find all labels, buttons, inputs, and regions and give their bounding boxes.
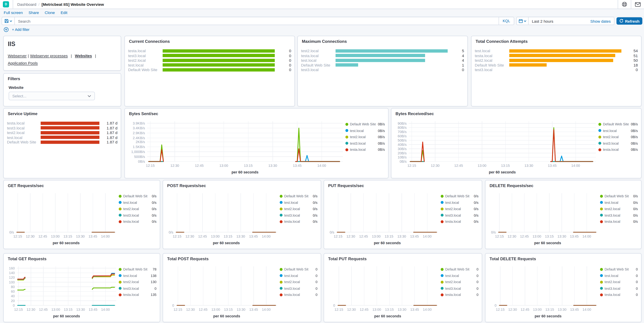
saved-query-menu-button[interactable] bbox=[2, 17, 15, 25]
legend-item[interactable]: testa.local0 bbox=[441, 293, 478, 297]
newsfeed-button[interactable] bbox=[631, 0, 644, 9]
put_requests_sec-plot-area[interactable]: 12:1512:3012:4513:0013:1513:3013:4514:00… bbox=[327, 190, 441, 247]
website-select[interactable]: Select... bbox=[9, 92, 95, 100]
legend-item[interactable]: test2.local0B/s bbox=[346, 135, 385, 139]
legend-item[interactable]: test3.local0 bbox=[441, 286, 478, 290]
legend-item[interactable]: test.local0 bbox=[600, 273, 638, 278]
bytes-sent-chart[interactable]: 12:1512:3012:4513:0013:1513:3013:4514:00… bbox=[125, 117, 388, 178]
link-webserver[interactable]: Webserver bbox=[8, 53, 26, 58]
link-websites[interactable]: Websites bbox=[75, 53, 92, 58]
query-language-button[interactable]: KQL bbox=[499, 17, 514, 25]
legend-item[interactable]: Default Web Site0 bbox=[280, 267, 318, 271]
legend-item[interactable]: test2.local0/s bbox=[280, 207, 318, 211]
legend-item[interactable]: test.local0/s bbox=[441, 200, 478, 204]
menu-share[interactable]: Share bbox=[28, 10, 39, 15]
legend-item[interactable]: test2.local0/s bbox=[441, 207, 478, 211]
menu-full-screen[interactable]: Full screen bbox=[4, 10, 23, 15]
total-get-requests-chart[interactable]: 12:1512:3012:4513:0013:1513:3013:4514:00… bbox=[4, 262, 160, 322]
legend-item[interactable]: testa.local0B/s bbox=[598, 148, 638, 152]
legend-item[interactable]: Default Web Site0B/s bbox=[598, 122, 638, 126]
total_put_requests-plot-area[interactable]: 12:1512:3012:4513:0013:1513:3013:4514:00… bbox=[327, 263, 441, 320]
put-requests-chart[interactable]: 12:1512:3012:4513:0013:1513:3013:4514:00… bbox=[324, 189, 482, 249]
total-delete-requests-chart[interactable]: 12:1512:3012:4513:0013:1513:3013:4514:00… bbox=[486, 262, 641, 322]
bar-label: test.local bbox=[475, 49, 508, 53]
post_requests_sec-plot-area[interactable]: 12:1512:3012:4513:0013:1513:3013:4514:00… bbox=[166, 190, 280, 247]
legend-item[interactable]: test.local0 bbox=[441, 273, 478, 278]
legend-item[interactable]: test3.local0 bbox=[118, 286, 156, 290]
delete-requests-chart[interactable]: 12:1512:3012:4513:0013:1513:3013:4514:00… bbox=[486, 189, 641, 249]
breadcrumb-dashboard[interactable]: Dashboard bbox=[17, 2, 36, 7]
legend-item[interactable]: test3.local0/s bbox=[600, 213, 638, 217]
total_delete_requests-plot-area[interactable]: 12:1512:3012:4513:0013:1513:3013:4514:00… bbox=[489, 263, 600, 320]
legend-item[interactable]: Default Web Site0 bbox=[441, 267, 478, 271]
get-requests-chart[interactable]: 12:1512:3012:4513:0013:1513:3013:4514:00… bbox=[4, 189, 160, 249]
legend-item[interactable]: testa.local0 bbox=[600, 293, 638, 297]
legend-item[interactable]: test.local0/s bbox=[118, 200, 156, 204]
svg-text:12:45: 12:45 bbox=[198, 234, 207, 238]
legend-item[interactable]: testa.local135 bbox=[118, 293, 156, 297]
legend-item[interactable]: Default Web Site0/s bbox=[600, 194, 638, 198]
total_post_requests-plot-area[interactable]: 12:1512:3012:4513:0013:1513:3013:4514:00… bbox=[166, 263, 280, 320]
legend-item[interactable]: testa.local0B/s bbox=[346, 148, 385, 152]
total-put-requests-chart[interactable]: 12:1512:3012:4513:0013:1513:3013:4514:00… bbox=[324, 262, 482, 322]
legend-item[interactable]: test3.local0/s bbox=[441, 213, 478, 217]
legend-series-dot bbox=[441, 220, 444, 223]
filter-icon[interactable] bbox=[4, 27, 9, 32]
legend-item[interactable]: test.local0B/s bbox=[598, 128, 638, 133]
legend-item[interactable]: Default Web Site78 bbox=[118, 267, 156, 271]
legend-item[interactable]: test3.local0/s bbox=[118, 213, 156, 217]
menu-edit[interactable]: Edit bbox=[61, 10, 67, 15]
legend-item[interactable]: test2.local0 bbox=[441, 280, 478, 284]
legend-item[interactable]: test2.local0/s bbox=[600, 207, 638, 211]
delete_requests_sec-plot-area[interactable]: 12:1512:3012:4513:0013:1513:3013:4514:00… bbox=[489, 190, 600, 247]
legend-item[interactable]: test3.local0B/s bbox=[598, 141, 638, 145]
menu-clone[interactable]: Clone bbox=[45, 10, 55, 15]
legend-item[interactable]: testa.local0/s bbox=[118, 219, 156, 224]
service-uptime-chart[interactable]: testa.local1.87 dtest3.local1.87 dtest2.… bbox=[4, 117, 121, 178]
show-dates-button[interactable]: Show dates bbox=[590, 19, 614, 23]
current-connections-chart[interactable]: testa.local0test3.local0test2.local0test… bbox=[125, 45, 294, 106]
maximum-connections-chart[interactable]: test2.local5testa.local4test.local4Defau… bbox=[298, 45, 467, 106]
legend-item[interactable]: test3.local0/s bbox=[280, 213, 318, 217]
bytes-received-chart[interactable]: 12:1512:3012:4513:0013:1513:3013:4514:00… bbox=[392, 117, 641, 178]
legend-item[interactable]: test.local0/s bbox=[600, 200, 638, 204]
legend-item[interactable]: test.local0 bbox=[280, 273, 318, 278]
get_requests_sec-svg: 12:1512:3012:4513:0013:1513:3013:4514:00… bbox=[7, 190, 119, 247]
total-connection-attempts-chart[interactable]: test.local54testa.local51test2.local50De… bbox=[472, 45, 641, 106]
legend-item[interactable]: Default Web Site0/s bbox=[280, 194, 318, 198]
legend-item[interactable]: test2.local0B/s bbox=[598, 135, 638, 139]
legend-item[interactable]: testa.local0/s bbox=[600, 219, 638, 224]
legend-item[interactable]: test3.local0 bbox=[280, 286, 318, 290]
legend-item[interactable]: Default Web Site0/s bbox=[441, 194, 478, 198]
time-range-value[interactable]: Last 2 hours bbox=[529, 19, 553, 23]
legend-item[interactable]: Default Web Site0 bbox=[600, 267, 638, 271]
legend-item[interactable]: test2.local0/s bbox=[118, 207, 156, 211]
refresh-button[interactable]: Refresh bbox=[616, 17, 642, 25]
legend-item[interactable]: test.local0B/s bbox=[346, 128, 385, 133]
legend-item[interactable]: test.local138 bbox=[118, 273, 156, 278]
get_requests_sec-plot-area[interactable]: 12:1512:3012:4513:0013:1513:3013:4514:00… bbox=[7, 190, 119, 247]
legend-item[interactable]: Default Web Site0B/s bbox=[346, 122, 385, 126]
add-filter-button[interactable]: + Add filter bbox=[12, 28, 30, 32]
bytes_sent-plot-area[interactable]: 12:1512:3012:4513:0013:1513:3013:4514:00… bbox=[128, 118, 346, 176]
total_get_requests-plot-area[interactable]: 12:1512:3012:4513:0013:1513:3013:4514:00… bbox=[7, 263, 119, 320]
post-requests-chart[interactable]: 12:1512:3012:4513:0013:1513:3013:4514:00… bbox=[163, 189, 321, 249]
legend-item[interactable]: testa.local0/s bbox=[280, 219, 318, 224]
link-application-pools[interactable]: Application Pools bbox=[8, 61, 38, 66]
legend-item[interactable]: test3.local0 bbox=[600, 286, 638, 290]
bytes_received-plot-area[interactable]: 12:1512:3012:4513:0013:1513:3013:4514:00… bbox=[395, 118, 598, 176]
legend-item[interactable]: test.local0/s bbox=[280, 200, 318, 204]
legend-item[interactable]: testa.local0/s bbox=[441, 219, 478, 224]
legend-item[interactable]: test2.local0 bbox=[280, 280, 318, 284]
space-avatar[interactable]: D bbox=[3, 1, 9, 7]
date-quick-select-button[interactable] bbox=[517, 17, 529, 25]
link-webserver-processes[interactable]: Webserver processes bbox=[30, 53, 68, 58]
legend-item[interactable]: testa.local0 bbox=[280, 293, 318, 297]
legend-item[interactable]: test2.local130 bbox=[118, 280, 156, 284]
legend-item[interactable]: Default Web Site0/s bbox=[118, 194, 156, 198]
legend-item[interactable]: test3.local0B/s bbox=[346, 141, 385, 145]
legend-item[interactable]: test2.local0 bbox=[600, 280, 638, 284]
total-post-requests-chart[interactable]: 12:1512:3012:4513:0013:1513:3013:4514:00… bbox=[163, 262, 321, 322]
search-input[interactable] bbox=[15, 19, 499, 23]
help-button[interactable] bbox=[618, 0, 631, 9]
